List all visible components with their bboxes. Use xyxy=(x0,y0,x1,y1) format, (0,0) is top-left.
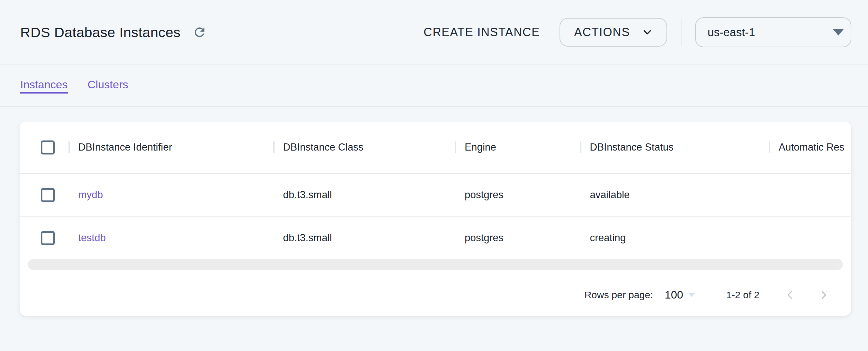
instance-identifier-link[interactable]: mydb xyxy=(78,189,103,200)
tabbar: Instances Clusters xyxy=(0,65,868,107)
horizontal-scrollbar[interactable] xyxy=(28,259,843,270)
column-separator xyxy=(273,141,275,153)
column-header-label: DBInstance Status xyxy=(590,141,674,153)
column-header-status[interactable]: DBInstance Status xyxy=(580,122,769,173)
pagination: Rows per page: 100 1-2 of 2 xyxy=(20,270,851,316)
page-title: RDS Database Instances xyxy=(20,25,181,40)
instance-identifier-link[interactable]: testdb xyxy=(78,232,106,244)
chevron-right-icon xyxy=(817,288,831,302)
cell-engine: postgres xyxy=(455,216,580,259)
instances-card: DBInstance Identifier DBInstance Class E… xyxy=(20,122,851,316)
tab-instances[interactable]: Instances xyxy=(20,78,68,94)
chevron-down-icon xyxy=(641,26,653,38)
region-selector-value: us-east-1 xyxy=(708,26,755,39)
cell-dbinstance-class: db.t3.small xyxy=(273,216,455,259)
actions-button[interactable]: ACTIONS xyxy=(560,18,667,46)
table-header-row: DBInstance Identifier DBInstance Class E… xyxy=(20,122,851,173)
table-row: testdb db.t3.small postgres creating xyxy=(20,216,851,259)
cell-automatic-res xyxy=(769,216,851,259)
row-checkbox[interactable] xyxy=(41,188,55,202)
previous-page-button[interactable] xyxy=(782,287,798,303)
chevron-left-icon xyxy=(783,288,797,302)
cell-dbinstance-class: db.t3.small xyxy=(273,173,455,216)
column-header-automatic-res[interactable]: Automatic Res xyxy=(769,122,851,173)
rows-per-page-select[interactable]: 100 xyxy=(665,288,695,301)
region-selector[interactable]: us-east-1 xyxy=(695,17,851,47)
table-row: mydb db.t3.small postgres available xyxy=(20,173,851,216)
cell-engine: postgres xyxy=(455,173,580,216)
tab-clusters[interactable]: Clusters xyxy=(88,78,128,94)
column-header-engine[interactable]: Engine xyxy=(455,122,580,173)
create-instance-button[interactable]: CREATE INSTANCE xyxy=(424,25,540,39)
dropdown-caret-icon xyxy=(688,293,695,297)
toolbar-divider xyxy=(681,19,681,46)
column-header-label: Engine xyxy=(465,141,496,153)
column-separator xyxy=(455,141,456,153)
column-separator xyxy=(68,141,70,153)
rows-per-page-label: Rows per page: xyxy=(584,289,653,300)
cell-status: available xyxy=(580,173,769,216)
page-range-label: 1-2 of 2 xyxy=(726,289,760,300)
cell-automatic-res xyxy=(769,173,851,216)
rds-instances-page: RDS Database Instances CREATE INSTANCE A… xyxy=(0,0,868,351)
header-toolbar: CREATE INSTANCE ACTIONS us-east-1 xyxy=(424,17,851,47)
refresh-icon xyxy=(192,25,207,39)
instances-table: DBInstance Identifier DBInstance Class E… xyxy=(20,122,851,259)
actions-button-label: ACTIONS xyxy=(574,25,630,39)
column-separator xyxy=(580,141,581,153)
refresh-button[interactable] xyxy=(191,24,208,41)
horizontal-scrollbar-track xyxy=(28,259,843,270)
column-header-class[interactable]: DBInstance Class xyxy=(273,122,455,173)
page-header: RDS Database Instances CREATE INSTANCE A… xyxy=(0,0,868,65)
column-header-label: DBInstance Class xyxy=(283,141,363,153)
next-page-button[interactable] xyxy=(816,287,832,303)
select-all-checkbox[interactable] xyxy=(41,140,55,155)
column-header-identifier[interactable]: DBInstance Identifier xyxy=(68,122,273,173)
cell-status: creating xyxy=(580,216,769,259)
column-header-label: Automatic Res xyxy=(779,141,844,153)
column-separator xyxy=(769,141,770,153)
column-header-label: DBInstance Identifier xyxy=(78,141,172,153)
row-checkbox[interactable] xyxy=(41,231,55,245)
dropdown-caret-icon xyxy=(833,29,843,35)
rows-per-page-value: 100 xyxy=(665,288,683,301)
